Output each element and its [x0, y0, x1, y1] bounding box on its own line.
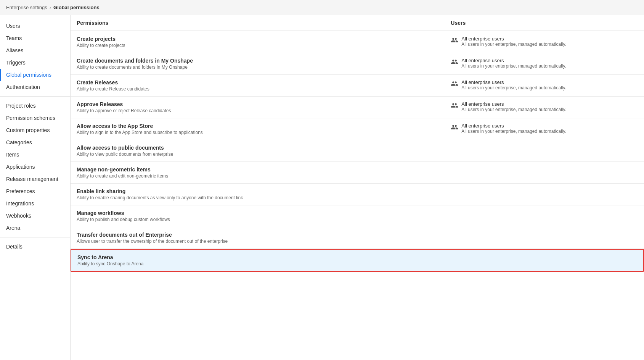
sidebar-item-aliases[interactable]: Aliases [0, 44, 70, 57]
permission-info-create-releases: Create ReleasesAbility to create Release… [77, 79, 451, 92]
users-primary-create-documents: All enterprise users [461, 58, 566, 63]
main-layout: UsersTeamsAliasesTriggersGlobal permissi… [0, 15, 644, 360]
permission-title-create-projects: Create projects [77, 36, 451, 42]
users-secondary-create-projects: All users in your enterprise, managed au… [461, 42, 566, 47]
sidebar-divider-after-arena [0, 237, 70, 237]
permission-desc-enable-link-sharing: Ability to enable sharing documents as v… [77, 195, 451, 200]
permission-title-enable-link-sharing: Enable link sharing [77, 188, 451, 194]
sidebar-item-items[interactable]: Items [0, 149, 70, 161]
permission-info-create-documents: Create documents and folders in My Onsha… [77, 58, 451, 70]
permission-info-create-projects: Create projectsAbility to create project… [77, 36, 451, 48]
users-text-approve-releases: All enterprise usersAll users in your en… [461, 101, 566, 112]
permission-title-allow-app-store: Allow access to the App Store [77, 123, 451, 129]
sidebar-item-preferences[interactable]: Preferences [0, 185, 70, 197]
users-entry-create-projects: All enterprise usersAll users in your en… [451, 36, 638, 47]
users-col-create-projects: All enterprise usersAll users in your en… [451, 36, 638, 47]
users-entry-approve-releases: All enterprise usersAll users in your en… [451, 101, 638, 112]
sidebar-divider-after-authentication [0, 96, 70, 97]
users-primary-approve-releases: All enterprise users [461, 101, 566, 107]
permission-title-approve-releases: Approve Releases [77, 101, 451, 107]
users-entry-create-documents: All enterprise usersAll users in your en… [451, 58, 638, 69]
breadcrumb: Enterprise settings › Global permissions [0, 0, 644, 15]
permission-info-transfer-documents: Transfer documents out of EnterpriseAllo… [77, 232, 451, 244]
breadcrumb-separator: › [50, 5, 51, 10]
permission-row-enable-link-sharing[interactable]: Enable link sharingAbility to enable sha… [71, 184, 644, 205]
permission-desc-create-releases: Ability to create Release candidates [77, 86, 451, 92]
users-col-create-documents: All enterprise usersAll users in your en… [451, 58, 638, 69]
permission-row-allow-app-store[interactable]: Allow access to the App StoreAbility to … [71, 118, 644, 140]
sidebar-item-permission-schemes[interactable]: Permission schemes [0, 112, 70, 124]
permission-row-manage-workflows[interactable]: Manage workflowsAbility to publish and d… [71, 205, 644, 227]
people-icon-allow-app-store [451, 123, 458, 132]
sidebar-item-triggers[interactable]: Triggers [0, 57, 70, 69]
users-primary-allow-app-store: All enterprise users [461, 123, 566, 129]
permission-desc-create-projects: Ability to create projects [77, 43, 451, 48]
permission-desc-sync-to-arena: Ability to sync Onshape to Arena [77, 261, 451, 266]
people-icon-approve-releases [451, 102, 458, 110]
permission-title-sync-to-arena: Sync to Arena [77, 254, 451, 260]
permission-info-allow-app-store: Allow access to the App StoreAbility to … [77, 123, 451, 135]
sidebar-item-custom-properties[interactable]: Custom properties [0, 124, 70, 136]
users-secondary-create-releases: All users in your enterprise, managed au… [461, 85, 566, 90]
permission-desc-manage-workflows: Ability to publish and debug custom work… [77, 217, 451, 222]
permission-row-create-releases[interactable]: Create ReleasesAbility to create Release… [71, 75, 644, 97]
permission-desc-approve-releases: Ability to approve or reject Release can… [77, 108, 451, 113]
permission-row-allow-public-documents[interactable]: Allow access to public documentsAbility … [71, 140, 644, 162]
people-icon-create-projects [451, 36, 458, 45]
table-header: Permissions Users [71, 15, 644, 31]
users-primary-create-releases: All enterprise users [461, 79, 566, 85]
sidebar-item-webhooks[interactable]: Webhooks [0, 210, 70, 222]
users-col-approve-releases: All enterprise usersAll users in your en… [451, 101, 638, 112]
sidebar-item-authentication[interactable]: Authentication [0, 81, 70, 93]
permission-desc-allow-public-documents: Ability to view public documents from en… [77, 152, 451, 157]
header-users: Users [451, 20, 638, 26]
permission-desc-allow-app-store: Ability to sign in to the App Store and … [77, 130, 451, 135]
permission-row-sync-to-arena[interactable]: Sync to ArenaAbility to sync Onshape to … [71, 249, 644, 272]
permission-info-manage-workflows: Manage workflowsAbility to publish and d… [77, 210, 451, 222]
permission-title-allow-public-documents: Allow access to public documents [77, 145, 451, 151]
users-text-allow-app-store: All enterprise usersAll users in your en… [461, 123, 566, 134]
main-content: Permissions Users Create projectsAbility… [71, 15, 644, 360]
sidebar-item-details[interactable]: Details [0, 241, 70, 253]
permission-row-approve-releases[interactable]: Approve ReleasesAbility to approve or re… [71, 97, 644, 118]
permission-row-create-projects[interactable]: Create projectsAbility to create project… [71, 31, 644, 53]
permission-row-create-documents[interactable]: Create documents and folders in My Onsha… [71, 53, 644, 75]
breadcrumb-parent[interactable]: Enterprise settings [6, 5, 47, 10]
sidebar-item-arena[interactable]: Arena [0, 222, 70, 234]
permission-desc-transfer-documents: Allows user to transfer the ownership of… [77, 239, 451, 244]
permission-row-manage-non-geometric[interactable]: Manage non-geometric itemsAbility to cre… [71, 162, 644, 184]
sidebar-item-categories[interactable]: Categories [0, 136, 70, 149]
permission-desc-create-documents: Ability to create documents and folders … [77, 65, 451, 70]
sidebar-item-project-roles[interactable]: Project roles [0, 100, 70, 112]
permission-info-approve-releases: Approve ReleasesAbility to approve or re… [77, 101, 451, 113]
users-text-create-documents: All enterprise usersAll users in your en… [461, 58, 566, 69]
permissions-rows: Create projectsAbility to create project… [71, 31, 644, 272]
permission-info-enable-link-sharing: Enable link sharingAbility to enable sha… [77, 188, 451, 200]
users-secondary-allow-app-store: All users in your enterprise, managed au… [461, 129, 566, 134]
sidebar-item-release-management[interactable]: Release management [0, 173, 70, 185]
permission-title-manage-non-geometric: Manage non-geometric items [77, 166, 451, 173]
users-text-create-releases: All enterprise usersAll users in your en… [461, 79, 566, 90]
permission-title-manage-workflows: Manage workflows [77, 210, 451, 216]
sidebar-item-applications[interactable]: Applications [0, 161, 70, 173]
users-entry-create-releases: All enterprise usersAll users in your en… [451, 79, 638, 90]
people-icon-create-documents [451, 58, 458, 67]
permission-desc-manage-non-geometric: Ability to create and edit non-geometric… [77, 173, 451, 179]
users-col-allow-app-store: All enterprise usersAll users in your en… [451, 123, 638, 134]
users-secondary-approve-releases: All users in your enterprise, managed au… [461, 107, 566, 112]
permission-row-transfer-documents[interactable]: Transfer documents out of EnterpriseAllo… [71, 227, 644, 249]
breadcrumb-current: Global permissions [53, 5, 100, 10]
users-col-create-releases: All enterprise usersAll users in your en… [451, 79, 638, 90]
permission-title-create-releases: Create Releases [77, 79, 451, 86]
users-secondary-create-documents: All users in your enterprise, managed au… [461, 63, 566, 69]
sidebar-item-teams[interactable]: Teams [0, 32, 70, 44]
permission-title-create-documents: Create documents and folders in My Onsha… [77, 58, 451, 64]
people-icon-create-releases [451, 80, 458, 89]
permission-title-transfer-documents: Transfer documents out of Enterprise [77, 232, 451, 238]
sidebar-item-users[interactable]: Users [0, 20, 70, 32]
sidebar-item-integrations[interactable]: Integrations [0, 197, 70, 210]
sidebar-item-global-permissions[interactable]: Global permissions [0, 69, 70, 81]
sidebar: UsersTeamsAliasesTriggersGlobal permissi… [0, 15, 71, 360]
permission-info-allow-public-documents: Allow access to public documentsAbility … [77, 145, 451, 157]
users-text-create-projects: All enterprise usersAll users in your en… [461, 36, 566, 47]
